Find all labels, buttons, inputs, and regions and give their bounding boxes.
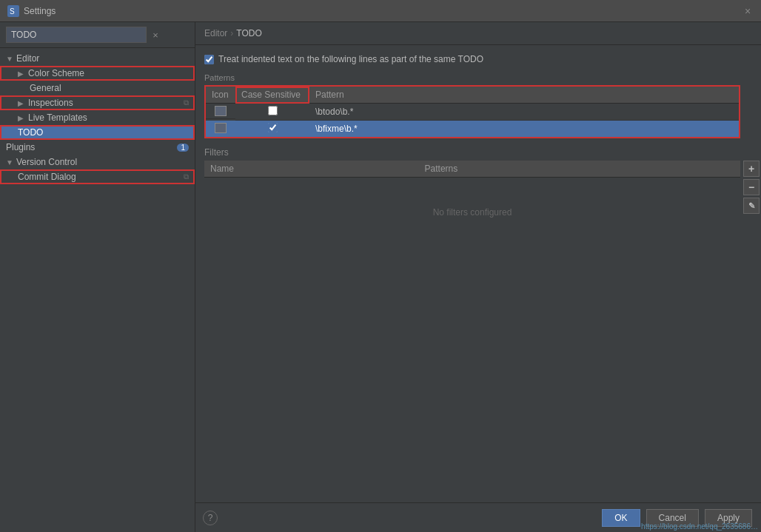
col-case-sensitive: Case Sensitive	[235, 87, 309, 104]
sidebar-item-plugins[interactable]: Plugins 1	[0, 140, 195, 155]
copy-icon-inspections: ⧉	[184, 98, 189, 107]
tree-area: ▼ Editor ▶ Color Scheme General ▶ Inspec…	[0, 48, 195, 532]
sidebar-item-general[interactable]: General	[0, 81, 195, 95]
ok-button[interactable]: OK	[602, 509, 640, 527]
row2-icon-cell	[206, 121, 235, 135]
copy-icon-commit: ⧉	[184, 172, 189, 181]
title-bar-title: Settings	[24, 6, 56, 16]
treat-indented-checkbox[interactable]	[204, 55, 214, 64]
row2-pattern: \bfixme\b.*	[315, 124, 358, 134]
content-area: Editor › TODO Treat indented text on the…	[195, 22, 761, 532]
breadcrumb-parent: Editor	[204, 28, 227, 38]
treat-indented-label: Treat indented text on the following lin…	[218, 54, 483, 64]
breadcrumb-separator: ›	[230, 28, 233, 38]
patterns-table: Icon Case Sensitive Pattern	[206, 87, 739, 137]
sidebar-item-plugins-label: Plugins	[6, 142, 35, 152]
breadcrumb: Editor › TODO	[195, 22, 761, 45]
sidebar: × ▼ Editor ▶ Color Scheme General ▶ Insp…	[0, 22, 195, 532]
apply-button[interactable]: Apply	[705, 509, 752, 527]
sidebar-item-live-templates-label: Live Templates	[28, 112, 87, 123]
filters-side-buttons: + − ✎	[743, 161, 760, 214]
row1-icon	[215, 106, 227, 116]
bottom-bar: ? OK Cancel Apply https://blog.csdn.net/…	[195, 502, 761, 532]
col-patterns: Patterns	[419, 161, 740, 178]
arrow-icon-ins: ▶	[18, 99, 25, 107]
sidebar-item-editor[interactable]: ▼ Editor	[0, 51, 195, 66]
row1-case-sensitive-checkbox[interactable]	[268, 106, 278, 115]
col-icon: Icon	[206, 87, 235, 104]
arrow-icon-vc: ▼	[6, 158, 13, 166]
row1-pattern: \btodo\b.*	[315, 107, 353, 117]
search-clear-icon[interactable]: ×	[150, 30, 161, 41]
patterns-section-header: Patterns	[204, 73, 761, 82]
patterns-container: Icon Case Sensitive Pattern	[204, 85, 740, 138]
arrow-icon-cs: ▶	[18, 70, 25, 78]
main-layout: × ▼ Editor ▶ Color Scheme General ▶ Insp…	[0, 22, 761, 532]
sidebar-item-version-control[interactable]: ▼ Version Control	[0, 155, 195, 169]
filters-remove-button[interactable]: −	[743, 179, 760, 195]
sidebar-item-inspections[interactable]: ▶ Inspections ⧉	[0, 95, 195, 110]
treat-indented-row: Treat indented text on the following lin…	[204, 54, 761, 64]
col-pattern: Pattern	[309, 87, 739, 104]
sidebar-item-version-control-label: Version Control	[16, 157, 77, 167]
col-name: Name	[204, 161, 419, 178]
sidebar-item-inspections-label: Inspections	[28, 98, 73, 108]
sidebar-item-general-label: General	[30, 83, 61, 93]
arrow-icon: ▼	[6, 55, 13, 63]
row1-pattern-cell: \btodo\b.*	[309, 104, 739, 121]
search-box: ×	[0, 22, 195, 48]
row2-case-sensitive-cell	[235, 121, 309, 138]
sidebar-item-commit-dialog[interactable]: Commit Dialog ⧉	[0, 169, 195, 184]
cancel-button[interactable]: Cancel	[646, 509, 699, 527]
plugins-badge: 1	[177, 144, 189, 152]
sidebar-item-todo-label: TODO	[18, 127, 43, 138]
help-button[interactable]: ?	[203, 511, 218, 525]
row2-icon	[215, 123, 227, 133]
table-row[interactable]: \btodo\b.*	[206, 104, 739, 121]
patterns-label: Patterns	[204, 73, 235, 82]
search-input[interactable]	[6, 27, 147, 43]
close-button[interactable]: ×	[740, 4, 755, 18]
sidebar-item-live-templates[interactable]: ▶ Live Templates	[0, 110, 195, 125]
sidebar-item-editor-label: Editor	[16, 53, 39, 64]
row1-icon-cell	[206, 104, 235, 119]
filters-table-wrap: Name Patterns No filters configured	[204, 161, 740, 247]
row2-pattern-cell: \bfixme\b.*	[309, 121, 739, 138]
title-bar: S Settings ×	[0, 0, 761, 22]
no-filters-text: No filters configured	[204, 178, 740, 248]
sidebar-item-color-scheme[interactable]: ▶ Color Scheme	[0, 66, 195, 81]
row1-case-sensitive-cell	[235, 104, 309, 121]
sidebar-item-commit-dialog-label: Commit Dialog	[18, 172, 76, 182]
filters-label: Filters	[204, 147, 740, 158]
sidebar-item-todo[interactable]: TODO	[0, 125, 195, 140]
filters-add-button[interactable]: +	[743, 161, 760, 177]
filters-edit-button[interactable]: ✎	[743, 198, 760, 214]
breadcrumb-current: TODO	[236, 28, 261, 38]
sidebar-item-color-scheme-label: Color Scheme	[28, 68, 84, 78]
svg-text:S: S	[10, 7, 15, 16]
filters-table: Name Patterns No filters configured	[204, 161, 740, 247]
arrow-icon-lt: ▶	[18, 114, 25, 122]
no-filters-row: No filters configured	[204, 178, 740, 248]
filters-section: Filters Name Patterns	[204, 147, 740, 247]
content-scroll: Treat indented text on the following lin…	[195, 45, 761, 502]
app-icon: S	[7, 5, 19, 17]
table-row-selected[interactable]: \bfixme\b.*	[206, 121, 739, 138]
row2-case-sensitive-checkbox[interactable]	[268, 123, 278, 132]
